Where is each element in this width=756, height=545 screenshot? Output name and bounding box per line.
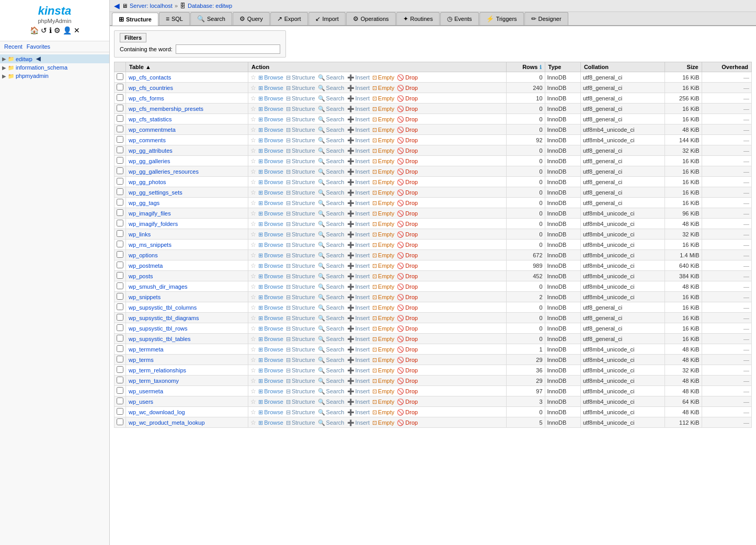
empty-link[interactable]: ⊡ Empty [372,200,394,207]
empty-link[interactable]: ⊡ Empty [372,409,394,416]
insert-link[interactable]: ➕ Insert [347,346,370,353]
favorite-star[interactable]: ☆ [250,252,256,259]
row-checkbox[interactable] [117,282,123,289]
row-checkbox[interactable] [117,272,123,279]
database-link[interactable]: Database: editwp [188,3,232,9]
structure-link[interactable]: ⊟ Structure [286,419,315,426]
drop-link[interactable]: 🚫 Drop [397,336,418,343]
empty-link[interactable]: ⊡ Empty [372,158,394,165]
structure-link[interactable]: ⊟ Structure [286,106,315,112]
tab-events[interactable]: ◷Events [440,12,479,25]
browse-link[interactable]: ⊞ Browse [258,346,283,353]
search-link[interactable]: 🔍 Search [318,409,345,416]
tab-structure[interactable]: ⊞Structure [112,13,158,26]
browse-link[interactable]: ⊞ Browse [258,378,283,384]
favorite-star[interactable]: ☆ [250,199,256,207]
empty-link[interactable]: ⊡ Empty [372,147,394,154]
structure-link[interactable]: ⊟ Structure [286,336,315,343]
user-icon[interactable]: 👤 [63,26,72,35]
collation-header[interactable]: Collation [580,62,665,72]
drop-link[interactable]: 🚫 Drop [397,315,418,322]
favorite-star[interactable]: ☆ [250,398,256,405]
structure-link[interactable]: ⊟ Structure [286,346,315,353]
table-name-link[interactable]: wp_cfs_forms [129,95,164,101]
structure-link[interactable]: ⊟ Structure [286,357,315,364]
browse-link[interactable]: ⊞ Browse [258,315,283,322]
structure-link[interactable]: ⊟ Structure [286,283,315,290]
favorite-star[interactable]: ☆ [250,335,256,343]
type-header[interactable]: Type [545,62,580,72]
structure-link[interactable]: ⊟ Structure [286,273,315,280]
row-checkbox[interactable] [117,356,123,362]
row-checkbox[interactable] [117,188,123,195]
tab-routines[interactable]: ✦Routines [396,12,440,25]
search-link[interactable]: 🔍 Search [318,74,345,81]
empty-link[interactable]: ⊡ Empty [372,137,394,144]
structure-link[interactable]: ⊟ Structure [286,147,315,154]
table-name-link[interactable]: wp_wc_download_log [129,409,185,415]
settings-icon[interactable]: ⚙ [54,26,61,35]
row-checkbox[interactable] [117,418,123,425]
table-name-link[interactable]: wp_term_relationships [129,367,186,373]
structure-link[interactable]: ⊟ Structure [286,168,315,175]
insert-link[interactable]: ➕ Insert [347,147,370,154]
row-checkbox[interactable] [117,345,123,352]
db-item-information_schema[interactable]: ▶ 📁 information_schema [0,63,109,72]
row-checkbox[interactable] [117,199,123,206]
insert-link[interactable]: ➕ Insert [347,409,370,416]
drop-link[interactable]: 🚫 Drop [397,231,418,238]
insert-link[interactable]: ➕ Insert [347,283,370,290]
structure-link[interactable]: ⊟ Structure [286,315,315,322]
structure-link[interactable]: ⊟ Structure [286,252,315,259]
drop-link[interactable]: 🚫 Drop [397,189,418,196]
insert-link[interactable]: ➕ Insert [347,304,370,311]
structure-link[interactable]: ⊟ Structure [286,95,315,102]
browse-link[interactable]: ⊞ Browse [258,273,283,280]
table-name-link[interactable]: wp_wc_product_meta_lookup [129,419,205,426]
favorite-star[interactable]: ☆ [250,314,256,322]
server-link[interactable]: Server: localhost [130,3,173,9]
row-checkbox[interactable] [117,115,123,122]
table-name-link[interactable]: wp_users [129,399,153,405]
reload-icon[interactable]: ↺ [41,26,47,35]
browse-link[interactable]: ⊞ Browse [258,189,283,196]
structure-link[interactable]: ⊟ Structure [286,263,315,269]
empty-link[interactable]: ⊡ Empty [372,419,394,426]
drop-link[interactable]: 🚫 Drop [397,252,418,259]
table-name-link[interactable]: wp_posts [129,273,153,279]
browse-link[interactable]: ⊞ Browse [258,85,283,92]
drop-link[interactable]: 🚫 Drop [397,273,418,280]
browse-link[interactable]: ⊞ Browse [258,419,283,426]
empty-link[interactable]: ⊡ Empty [372,367,394,374]
drop-link[interactable]: 🚫 Drop [397,200,418,207]
filter-input[interactable] [176,44,280,54]
empty-link[interactable]: ⊡ Empty [372,189,394,196]
row-checkbox[interactable] [117,366,123,373]
table-name-link[interactable]: wp_comments [129,137,166,143]
favorite-star[interactable]: ☆ [250,377,256,384]
tab-operations[interactable]: ⚙Operations [346,12,396,25]
row-checkbox[interactable] [117,230,123,237]
size-header[interactable]: Size [665,62,702,72]
browse-link[interactable]: ⊞ Browse [258,137,283,144]
browse-link[interactable]: ⊞ Browse [258,294,283,301]
insert-link[interactable]: ➕ Insert [347,106,370,112]
browse-link[interactable]: ⊞ Browse [258,388,283,395]
search-link[interactable]: 🔍 Search [318,137,345,144]
search-link[interactable]: 🔍 Search [318,294,345,301]
favorite-star[interactable]: ☆ [250,419,256,426]
tab-triggers[interactable]: ⚡Triggers [479,12,524,25]
drop-link[interactable]: 🚫 Drop [397,367,418,374]
table-name-link[interactable]: wp_cfs_contacts [129,74,171,81]
row-checkbox[interactable] [117,262,123,268]
empty-link[interactable]: ⊡ Empty [372,273,394,280]
favorite-star[interactable]: ☆ [250,116,256,123]
table-name-link[interactable]: wp_options [129,252,158,258]
insert-link[interactable]: ➕ Insert [347,294,370,301]
overhead-header[interactable]: Overhead [702,62,751,72]
drop-link[interactable]: 🚫 Drop [397,409,418,416]
empty-link[interactable]: ⊡ Empty [372,388,394,395]
browse-link[interactable]: ⊞ Browse [258,367,283,374]
browse-link[interactable]: ⊞ Browse [258,168,283,175]
search-link[interactable]: 🔍 Search [318,231,345,238]
